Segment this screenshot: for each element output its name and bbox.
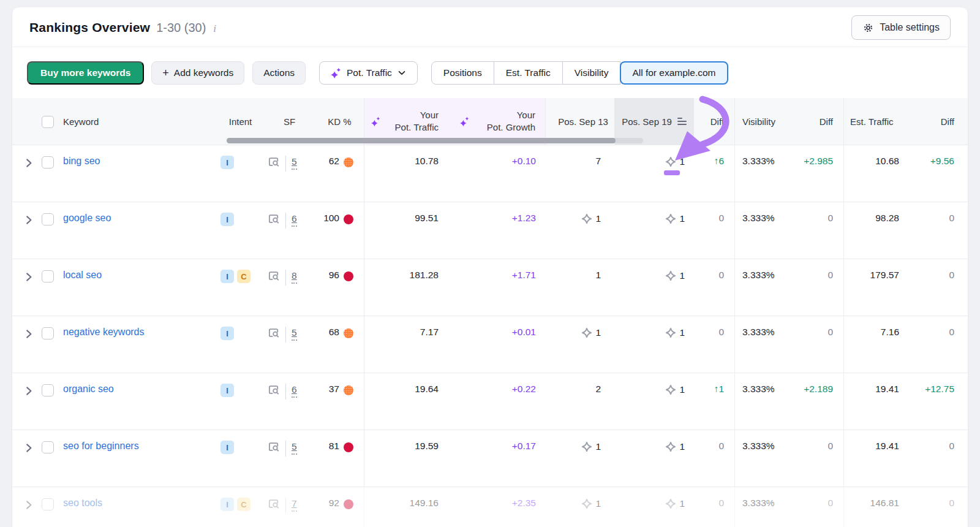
serp-features-icon[interactable]	[268, 327, 281, 339]
serp-features-icon[interactable]	[268, 213, 281, 226]
keyword-link[interactable]: bing seo	[63, 156, 100, 167]
visibility-diff-value: 0	[799, 259, 844, 316]
intent-badge-i[interactable]: I	[221, 441, 234, 454]
col-diff-est-traffic[interactable]: Diff	[909, 98, 968, 145]
pot-growth-value: +0.17	[453, 430, 546, 487]
expand-row-icon[interactable]	[23, 499, 34, 510]
expand-row-icon[interactable]	[23, 385, 34, 396]
select-all-checkbox[interactable]	[42, 116, 54, 128]
divider	[285, 384, 286, 400]
annotation-highlight-underline	[664, 170, 680, 175]
row-checkbox[interactable]	[42, 441, 54, 453]
table-row: bing seo I 5 62 10.78 +0.10 7 1 ↑6	[12, 145, 968, 202]
keyword-link[interactable]: google seo	[63, 213, 111, 224]
sf-count[interactable]: 7	[292, 498, 297, 512]
intent-badge-i[interactable]: I	[221, 156, 234, 169]
serp-features-icon[interactable]	[268, 270, 281, 282]
pot-traffic-value: 10.78	[364, 145, 453, 202]
intent-badge-c[interactable]: C	[237, 270, 251, 283]
row-checkbox[interactable]	[42, 156, 54, 169]
kd-value: 37	[329, 384, 339, 395]
kd-level-dot	[344, 385, 353, 395]
buy-more-keywords-button[interactable]: Buy more keywords	[27, 61, 144, 85]
pot-traffic-value: 19.59	[364, 430, 453, 487]
intent-badge-i[interactable]: I	[221, 213, 234, 226]
horizontal-scrollbar-thumb[interactable]	[227, 138, 616, 143]
serp-features-icon[interactable]	[268, 384, 281, 396]
est-traffic-value: 10.68	[844, 145, 909, 202]
pot-growth-value: +1.71	[453, 259, 546, 316]
pos-sep13-value: 1	[595, 270, 601, 281]
visibility-value: 3.333%	[735, 316, 799, 373]
add-keywords-button[interactable]: + Add keywords	[151, 61, 244, 85]
intent-badge-i[interactable]: I	[221, 498, 234, 511]
keyword-link[interactable]: seo for beginners	[63, 441, 139, 452]
keyword-link[interactable]: local seo	[63, 270, 102, 281]
position-diff-value: 0	[694, 316, 735, 373]
col-diff-position[interactable]: Diff	[694, 98, 735, 145]
metric-dropdown[interactable]: Pot. Traffic	[319, 61, 418, 85]
pot-growth-value: +0.10	[453, 145, 546, 202]
sf-count[interactable]: 8	[292, 270, 297, 284]
sf-count[interactable]: 5	[292, 327, 297, 341]
expand-row-icon[interactable]	[23, 271, 34, 282]
serp-features-icon[interactable]	[268, 498, 281, 510]
tab-positions[interactable]: Positions	[431, 61, 494, 85]
col-keyword[interactable]: Keyword	[59, 98, 217, 145]
plus-icon: +	[162, 67, 169, 78]
intent-badge-c[interactable]: C	[237, 498, 251, 511]
table-settings-button[interactable]: Table settings	[851, 15, 951, 40]
pot-growth-value: +1.23	[453, 202, 546, 259]
row-checkbox[interactable]	[42, 270, 54, 282]
pos-sep19-value: 1	[679, 156, 685, 167]
col-est-traffic[interactable]: Est. Traffic	[844, 98, 909, 145]
intent-badge-i[interactable]: I	[221, 327, 234, 340]
row-checkbox[interactable]	[42, 498, 54, 510]
serp-features-icon[interactable]	[268, 441, 281, 453]
expand-row-icon[interactable]	[23, 157, 34, 169]
kd-level-dot	[344, 214, 353, 224]
keyword-link[interactable]: seo tools	[63, 498, 102, 509]
sf-count[interactable]: 5	[292, 441, 297, 455]
row-checkbox[interactable]	[42, 384, 54, 396]
row-checkbox[interactable]	[42, 213, 54, 226]
table-row: local seo IC 8 96 181.28 +1.71 1 1	[12, 259, 968, 316]
row-checkbox[interactable]	[42, 327, 54, 339]
expand-row-icon[interactable]	[23, 214, 34, 226]
tab-est-traffic[interactable]: Est. Traffic	[494, 61, 563, 85]
keyword-link[interactable]: organic seo	[63, 384, 114, 395]
sf-count[interactable]: 6	[292, 384, 297, 398]
table-row: seo tools IC 7 92 149.16 +2.35 1 1	[12, 487, 968, 527]
expand-row-icon[interactable]	[23, 442, 34, 453]
sf-count[interactable]: 5	[292, 156, 297, 170]
serp-feature-diamond-icon	[581, 498, 592, 509]
kd-level-dot	[344, 157, 353, 167]
intent-badges: I	[217, 202, 263, 259]
col-diff-visibility[interactable]: Diff	[799, 98, 844, 145]
page-title: Rankings Overview	[29, 20, 150, 35]
pos-sep13-value: 1	[595, 213, 601, 224]
tab-visibility[interactable]: Visibility	[562, 61, 621, 85]
intent-badge-i[interactable]: I	[221, 384, 234, 397]
intent-badge-i[interactable]: I	[221, 270, 234, 283]
serp-feature-diamond-icon	[581, 327, 592, 338]
sparkles-icon	[459, 116, 470, 127]
pos-sep13-value: 1	[595, 498, 601, 509]
sort-icon	[677, 118, 687, 125]
est-traffic-value: 98.28	[844, 202, 909, 259]
serp-features-icon[interactable]	[268, 156, 281, 169]
sparkles-icon	[371, 116, 381, 127]
visibility-value: 3.333%	[735, 259, 799, 316]
intent-badges: I	[217, 373, 263, 430]
intent-badges: I	[217, 316, 263, 373]
tab-all-for-example[interactable]: All for example.com	[620, 61, 728, 85]
keyword-link[interactable]: negative keywords	[63, 327, 145, 338]
expand-row-icon[interactable]	[23, 328, 34, 339]
sf-count[interactable]: 6	[292, 213, 297, 227]
serp-feature-diamond-icon	[665, 384, 676, 395]
serp-feature-diamond-icon	[665, 156, 676, 167]
col-visibility[interactable]: Visibility	[735, 98, 799, 145]
actions-button[interactable]: Actions	[252, 61, 306, 85]
info-icon[interactable]: i	[212, 23, 216, 35]
est-traffic-diff-value: 0	[909, 316, 968, 373]
